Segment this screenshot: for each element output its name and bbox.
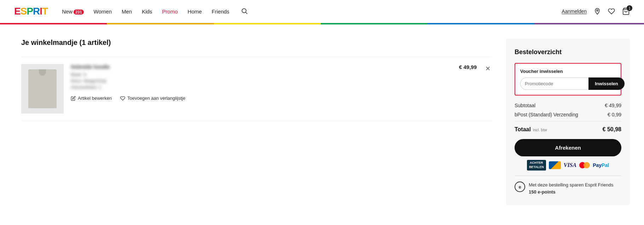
paypal-icon: PayPal bbox=[593, 161, 609, 169]
cart-title: Je winkelmandje (1 artikel) bbox=[21, 39, 492, 47]
product-actions: Artikel bewerken Toevoegen aan verlangli… bbox=[71, 96, 452, 101]
voucher-input-row: Inwisselen bbox=[520, 77, 616, 90]
payment-icons: ACHTERBETALEN VISA PayPal bbox=[515, 161, 621, 169]
edit-article-button[interactable]: Artikel bewerken bbox=[71, 96, 112, 101]
wishlist-icon[interactable] bbox=[608, 8, 615, 15]
epoints-text: Met deze bestelling sparen Esprit Friend… bbox=[529, 181, 621, 195]
nav-item-kids[interactable]: Kids bbox=[142, 8, 152, 15]
voucher-label: Voucher inwisselen bbox=[520, 69, 616, 74]
nav-item-friends[interactable]: Friends bbox=[212, 8, 230, 15]
heart-icon bbox=[120, 96, 125, 101]
nav-item-new[interactable]: New231 bbox=[62, 8, 83, 15]
svg-line-1 bbox=[245, 12, 247, 14]
nav-item-men[interactable]: Men bbox=[122, 8, 132, 15]
total-value: € 50,98 bbox=[603, 126, 621, 133]
header-right: Aanmelden 1 bbox=[562, 7, 630, 15]
order-summary: Besteloverzicht Voucher inwisselen Inwis… bbox=[506, 39, 630, 205]
incl-btw: incl. btw bbox=[533, 128, 547, 132]
main-nav: New231 Women Men Kids Promo Home Friends bbox=[62, 7, 562, 16]
total-label: Totaal incl. btw bbox=[515, 126, 547, 133]
total-row: Totaal incl. btw € 50,98 bbox=[515, 126, 621, 133]
cart-count: 1 bbox=[627, 5, 632, 11]
svg-point-2 bbox=[597, 10, 598, 11]
logo[interactable]: ESPRIT bbox=[14, 6, 48, 17]
bancontact-icon bbox=[549, 161, 561, 169]
header: ESPRIT New231 Women Men Kids Promo Home … bbox=[0, 0, 644, 23]
aanmelden-link[interactable]: Aanmelden bbox=[562, 8, 587, 14]
subtotal-row: Subtotaal € 49,99 bbox=[515, 103, 621, 108]
nav-item-home[interactable]: Home bbox=[188, 8, 202, 15]
afterpay-icon: ACHTERBETALEN bbox=[527, 161, 546, 169]
voucher-input[interactable] bbox=[520, 77, 588, 90]
epoints-amount: 150 e-points bbox=[529, 189, 556, 195]
product-quantity: Hoeveelheid: 1 bbox=[71, 85, 452, 90]
epoints-icon: e bbox=[515, 181, 525, 192]
product-size: Maat: S bbox=[71, 72, 452, 77]
add-to-wishlist-button[interactable]: Toevoegen aan verlanglijstje bbox=[120, 96, 185, 101]
nav-item-women[interactable]: Women bbox=[94, 8, 112, 15]
cart-icon[interactable]: 1 bbox=[622, 7, 630, 15]
summary-title: Besteloverzicht bbox=[515, 48, 621, 56]
shipping-label: bPost (Standard) Verzending bbox=[515, 112, 578, 117]
svg-point-0 bbox=[242, 8, 246, 13]
voucher-box: Voucher inwisselen Inwisselen bbox=[515, 63, 621, 96]
mastercard-icon bbox=[579, 161, 590, 169]
product-image bbox=[21, 64, 64, 114]
cart-item: Gebreide hoodie Maat: S Kleur: Beige/Gri… bbox=[21, 57, 492, 121]
product-price: € 49,99 bbox=[459, 64, 477, 70]
subtotal-label: Subtotaal bbox=[515, 103, 535, 108]
edit-icon bbox=[71, 96, 76, 101]
search-icon[interactable] bbox=[241, 7, 248, 16]
shipping-value: € 0,99 bbox=[608, 112, 621, 117]
location-icon[interactable] bbox=[594, 8, 601, 15]
visa-icon: VISA bbox=[564, 161, 576, 169]
summary-divider bbox=[515, 121, 621, 121]
product-details: Gebreide hoodie Maat: S Kleur: Beige/Gri… bbox=[71, 64, 452, 101]
cart-section: Je winkelmandje (1 artikel) Gebreide hoo… bbox=[21, 39, 492, 205]
edit-article-label: Artikel bewerken bbox=[78, 96, 112, 101]
new-badge: 231 bbox=[74, 10, 83, 15]
main-content: Je winkelmandje (1 artikel) Gebreide hoo… bbox=[0, 24, 644, 219]
subtotal-value: € 49,99 bbox=[605, 103, 621, 108]
shipping-row: bPost (Standard) Verzending € 0,99 bbox=[515, 112, 621, 117]
nav-item-promo[interactable]: Promo bbox=[162, 8, 178, 15]
product-price-wrap: € 49,99 ✕ bbox=[459, 64, 492, 73]
checkout-button[interactable]: Afrekenen bbox=[515, 139, 621, 156]
epoints-row: e Met deze bestelling sparen Esprit Frie… bbox=[515, 175, 621, 195]
remove-item-button[interactable]: ✕ bbox=[484, 64, 492, 73]
product-coat-silhouette bbox=[28, 69, 57, 108]
voucher-submit-button[interactable]: Inwisselen bbox=[588, 77, 625, 90]
product-name: Gebreide hoodie bbox=[71, 64, 452, 70]
product-color: Kleur: Beige/Grijs bbox=[71, 78, 452, 83]
wishlist-label: Toevoegen aan verlanglijstje bbox=[127, 96, 185, 101]
